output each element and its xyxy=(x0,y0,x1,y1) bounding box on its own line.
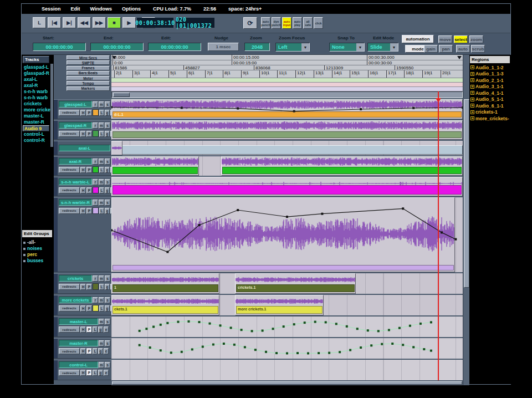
track-solo-button[interactable]: s xyxy=(105,340,110,346)
scroll-left-arrow-icon[interactable] xyxy=(112,56,116,59)
redirects-button[interactable]: redirects xyxy=(59,370,80,376)
ruler-button-tempo[interactable]: Tempo xyxy=(66,81,110,85)
sidebar-track-audio-9[interactable]: Audio 9 xyxy=(23,125,49,131)
group-activate-box[interactable] xyxy=(23,260,25,262)
scroll-strip-handle[interactable] xyxy=(113,93,130,97)
track-mute-button[interactable]: m xyxy=(99,123,104,129)
redirects-button[interactable]: redirects xyxy=(59,131,80,137)
track-record-button[interactable]: r xyxy=(93,179,98,185)
hide-button[interactable]: H xyxy=(80,110,86,116)
sidebar-track-glasspad-r[interactable]: glasspad-R xyxy=(23,70,49,76)
track-edit-button[interactable]: e xyxy=(104,326,109,333)
track-name-button[interactable]: s-n-h warble-R xyxy=(59,199,92,206)
audio-region[interactable]: d-L.1 xyxy=(111,99,463,119)
toggle-dyn-punch[interactable]: dynpunch xyxy=(272,17,281,29)
track-lane-more-crickets[interactable]: ckets.1more crickets.1 xyxy=(111,295,463,315)
sidebar-track-more-cricket[interactable]: more cricket xyxy=(23,107,49,113)
sidebar-track-control-r[interactable]: control-R xyxy=(23,137,49,144)
track-solo-button[interactable]: s xyxy=(105,123,110,129)
hide-button[interactable]: H xyxy=(80,131,86,137)
playlist-button[interactable]: P xyxy=(86,348,92,354)
redirects-button[interactable]: redirects xyxy=(59,305,80,312)
track-name-button[interactable]: master-L xyxy=(59,318,98,325)
expand-plus-icon[interactable]: + xyxy=(470,110,474,114)
automation-button[interactable]: automation xyxy=(402,35,434,43)
track-name-button[interactable]: axal-L xyxy=(59,145,110,151)
track-edit-button[interactable]: e xyxy=(104,370,109,376)
expand-plus-icon[interactable]: + xyxy=(470,85,474,89)
region-item-audio-2-1-1[interactable]: +Audio_2_1-1 xyxy=(470,77,510,84)
region-item-audio-5-1-1[interactable]: +Audio_5_1-1 xyxy=(470,96,510,103)
audio-region[interactable]: more crickets.1 xyxy=(235,295,324,315)
track-group-button[interactable]: g xyxy=(98,326,103,333)
hide-button[interactable]: H xyxy=(80,167,86,173)
hide-button[interactable]: H xyxy=(80,326,86,333)
region-name-bar[interactable] xyxy=(112,131,462,138)
redirects-button[interactable]: redirects xyxy=(59,208,80,214)
ruler-minsecs[interactable]: 0.00000:00:15.00000:00:30.000 xyxy=(111,55,463,60)
track-lane-glasspad-r[interactable] xyxy=(111,120,463,140)
audio-region[interactable] xyxy=(111,120,463,140)
track-group-button[interactable]: g xyxy=(105,187,110,193)
zoom-focus-select[interactable]: Left ▼ xyxy=(275,43,310,52)
ruler-smpte[interactable]: 0:0000:00:15:0000:00:30:00 xyxy=(111,60,463,65)
playlist-button[interactable]: P xyxy=(86,187,92,193)
region-item-audio-3-1-1[interactable]: +Audio_3_1-1 xyxy=(470,84,510,90)
secondary-clock[interactable]: 020 |01|001372 xyxy=(176,18,214,28)
region-name-bar[interactable]: d-L.1 xyxy=(112,111,462,118)
track-group-button[interactable]: g xyxy=(105,131,110,137)
track-record-button[interactable]: r xyxy=(93,159,98,165)
edit-mode-select[interactable]: Slide ▼ xyxy=(367,43,398,52)
menu-item-windows[interactable]: Windows xyxy=(90,6,112,12)
track-mute-button[interactable]: m xyxy=(99,159,104,165)
playlist-button[interactable]: P xyxy=(86,167,92,173)
start-clock[interactable]: 00:00:00:00 xyxy=(33,43,86,51)
track-group-button[interactable]: g xyxy=(105,305,110,312)
mouse-mode-scrub[interactable]: scrub xyxy=(471,45,485,53)
edit-group-busses[interactable]: busses xyxy=(23,258,52,264)
gain-automation-points[interactable] xyxy=(111,317,463,337)
track-edit-button[interactable]: e xyxy=(104,348,109,354)
playlist-button[interactable]: P xyxy=(86,370,92,376)
track-name-button[interactable]: control-L xyxy=(59,361,98,368)
playhead-line[interactable] xyxy=(438,91,439,380)
track-name-button[interactable]: glasspad-L xyxy=(59,101,92,108)
group-activate-box[interactable] xyxy=(23,248,25,250)
track-lane-crickets[interactable]: 1crickets.1 xyxy=(111,273,463,294)
sidebar-track-master-r[interactable]: master-R xyxy=(23,119,49,125)
track-mute-button[interactable]: m xyxy=(99,297,104,303)
track-lock-button[interactable]: L xyxy=(93,326,98,333)
region-item-audio-6-1-1[interactable]: +Audio_6_1-1 xyxy=(470,103,510,109)
track-solo-button[interactable]: s xyxy=(105,275,110,282)
track-group-button[interactable]: g xyxy=(105,167,110,173)
primary-clock[interactable]: 00:00:38:10 xyxy=(137,18,173,28)
go-end-button[interactable]: ▶| xyxy=(63,17,76,28)
edit-clock[interactable]: 00:00:00:00 xyxy=(148,43,201,51)
sidebar-track-axal-l[interactable]: axal-L xyxy=(23,76,49,83)
hide-button[interactable]: H xyxy=(80,208,86,214)
loop-range-button[interactable]: ⟳ xyxy=(243,17,257,29)
audio-region[interactable] xyxy=(111,197,455,272)
snap-to-select[interactable]: None ▼ xyxy=(329,43,365,52)
region-name-bar[interactable] xyxy=(112,265,454,271)
playlist-button[interactable]: P xyxy=(86,305,92,312)
track-lane-master-l[interactable] xyxy=(111,317,463,337)
track-lane-glasspad-l[interactable]: d-L.1 xyxy=(111,99,463,119)
chevron-down-icon[interactable]: ▼ xyxy=(390,43,398,51)
track-lock-button[interactable]: L xyxy=(99,187,104,193)
collapsed-band[interactable] xyxy=(111,145,463,155)
track-color-swatch[interactable] xyxy=(93,187,99,193)
track-record-button[interactable]: r xyxy=(93,275,98,282)
ruler-button-smpte[interactable]: SMPTE xyxy=(66,60,110,65)
track-lock-button[interactable]: L xyxy=(99,208,104,214)
nudge-value[interactable]: 1 msec xyxy=(208,43,239,51)
group-activate-box[interactable] xyxy=(23,254,25,256)
toggle-all-safe[interactable]: allsafe xyxy=(303,17,313,29)
track-record-button[interactable]: r xyxy=(93,297,98,303)
menu-item-session[interactable]: Session xyxy=(42,6,61,12)
region-name-bar[interactable]: more crickets.1 xyxy=(236,306,323,314)
hide-button[interactable]: H xyxy=(80,187,86,193)
toggle-auto-punch[interactable]: autopunch xyxy=(261,17,270,29)
track-lock-button[interactable]: L xyxy=(99,167,104,173)
mouse-mode-auto[interactable]: auto xyxy=(456,45,470,53)
